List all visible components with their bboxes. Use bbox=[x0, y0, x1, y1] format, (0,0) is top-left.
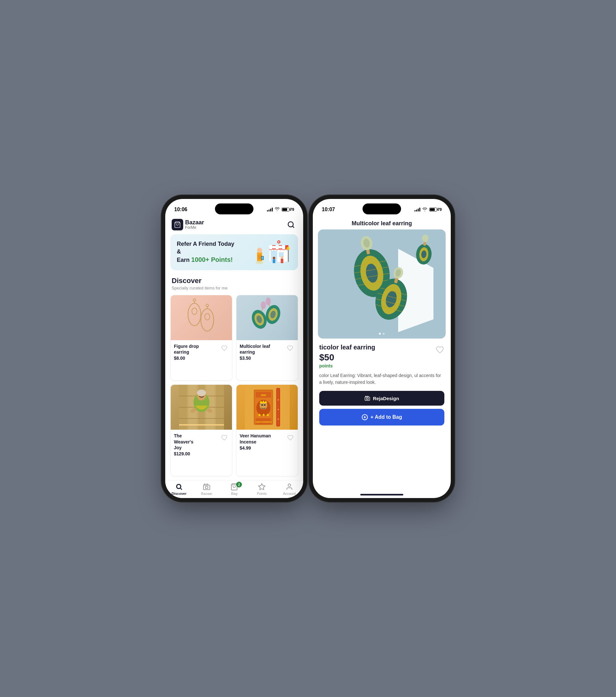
product-price-1: $8.00 bbox=[174, 356, 215, 361]
svg-point-42 bbox=[266, 297, 271, 305]
dynamic-island-2 bbox=[362, 204, 401, 214]
discover-icon bbox=[175, 483, 183, 491]
nav-points[interactable]: Points bbox=[252, 483, 271, 495]
section-subtitle: Specially curated items for me bbox=[172, 286, 297, 291]
detail-image-container bbox=[318, 229, 446, 339]
svg-text:✦✦✦: ✦✦✦ bbox=[257, 412, 270, 418]
store-icon bbox=[364, 395, 370, 401]
product-details-3: The Weaver's Joy $129.00 bbox=[174, 433, 211, 456]
wishlist-button-3[interactable] bbox=[220, 433, 229, 442]
product-details-1: Figure drop earring $8.00 bbox=[174, 343, 215, 361]
phone-1: 10:06 79 bbox=[165, 199, 303, 498]
logo: Bazaar ForMe bbox=[172, 219, 204, 231]
detail-info: ticolor leaf earring $50 points color Le… bbox=[313, 339, 451, 493]
product-info-1: Figure drop earring $8.00 bbox=[171, 340, 232, 365]
home-indicator bbox=[360, 494, 403, 495]
svg-point-66 bbox=[261, 404, 263, 406]
svg-text:✦: ✦ bbox=[277, 399, 279, 401]
banner-line2: & bbox=[177, 248, 234, 255]
svg-rect-79 bbox=[204, 485, 210, 490]
dot-2 bbox=[383, 333, 385, 335]
svg-rect-5 bbox=[279, 252, 284, 257]
signal-icon-2 bbox=[415, 208, 420, 211]
product-name-1: Figure drop earring bbox=[174, 343, 205, 355]
product-details-4: Veer Hanuman Incense $4.99 bbox=[240, 433, 286, 450]
svg-rect-10 bbox=[272, 246, 282, 248]
section-title: Discover bbox=[172, 277, 297, 285]
add-to-bag-label: + Add to Bag bbox=[371, 414, 402, 420]
dot-1 bbox=[379, 333, 381, 335]
product-detail-image bbox=[318, 229, 446, 339]
wishlist-button-1[interactable] bbox=[220, 343, 229, 352]
detail-points: points bbox=[319, 363, 375, 368]
svg-line-77 bbox=[181, 488, 182, 490]
wishlist-button-2[interactable] bbox=[286, 343, 295, 352]
detail-description: color Leaf Earring: Vibrant, leaf-shaped… bbox=[319, 372, 444, 386]
banner-line3: Earn 1000+ Points! bbox=[177, 255, 234, 264]
nav-discover[interactable]: Discover bbox=[169, 483, 189, 495]
logo-text: Bazaar ForMe bbox=[185, 220, 204, 230]
nav-account[interactable]: Account bbox=[280, 483, 299, 495]
nav-discover-label: Discover bbox=[172, 492, 186, 495]
detail-name-price: ticolor leaf earring $50 points bbox=[319, 344, 375, 368]
product-name-4: Veer Hanuman Incense bbox=[240, 433, 274, 444]
svg-point-78 bbox=[177, 485, 180, 488]
time-2: 10:07 bbox=[322, 207, 335, 212]
product-image-3 bbox=[171, 385, 232, 430]
plus-circle-icon bbox=[362, 414, 368, 420]
nav-bag-label: Bag bbox=[231, 492, 237, 495]
product-card-2[interactable]: Multicolor leaf earring $3.50 bbox=[236, 295, 298, 381]
banner-line1: Refer A Friend Today bbox=[177, 240, 234, 248]
phone-content-1: Bazaar ForMe Refer A Friend Today & Earn… bbox=[165, 216, 303, 498]
wishlist-button-4[interactable] bbox=[286, 433, 295, 442]
nav-bag[interactable]: 2 Bag bbox=[225, 483, 244, 495]
detail-page-title: Multicolor leaf earring bbox=[319, 220, 444, 227]
product-image-4: HEM ✦✦✦ VEER HANUMAN bbox=[237, 385, 298, 430]
detail-wishlist-button[interactable] bbox=[435, 345, 444, 354]
svg-rect-80 bbox=[205, 487, 208, 488]
nav-account-label: Account bbox=[283, 492, 296, 495]
detail-product-name: ticolor leaf earring bbox=[319, 344, 375, 351]
points-icon bbox=[258, 483, 266, 491]
product-card-3[interactable]: The Weaver's Joy $129.00 bbox=[170, 384, 232, 476]
product-card-1[interactable]: Figure drop earring $8.00 bbox=[170, 295, 232, 381]
banner-highlight: 1000+ Points! bbox=[191, 256, 233, 263]
detail-product-header: ticolor leaf earring $50 points bbox=[319, 344, 444, 368]
svg-point-67 bbox=[264, 404, 266, 406]
svg-rect-7 bbox=[269, 245, 272, 249]
svg-point-20 bbox=[278, 241, 280, 242]
seller-button[interactable]: RejaDesign bbox=[319, 391, 444, 406]
bag-badge: 2 bbox=[236, 482, 242, 487]
svg-rect-11 bbox=[288, 249, 289, 262]
bottom-nav: Discover Bazaar 2 Bag bbox=[165, 480, 303, 498]
phone-2: 10:07 79 Multicolor leaf earring bbox=[313, 199, 451, 498]
product-name-3: The Weaver's Joy bbox=[174, 433, 202, 450]
svg-rect-18 bbox=[261, 256, 264, 259]
svg-point-13 bbox=[256, 261, 264, 264]
svg-text:✦: ✦ bbox=[277, 418, 279, 421]
status-icons-2: 79 bbox=[415, 207, 442, 212]
wifi-icon-2 bbox=[422, 207, 427, 212]
svg-rect-24 bbox=[281, 259, 283, 263]
product-info-4: Veer Hanuman Incense $4.99 bbox=[237, 430, 298, 454]
status-icons-1: 79 bbox=[267, 207, 294, 212]
add-to-bag-button[interactable]: + Add to Bag bbox=[319, 409, 444, 426]
search-button[interactable] bbox=[285, 219, 297, 231]
product-price-4: $4.99 bbox=[240, 445, 286, 450]
app-header: Bazaar ForMe bbox=[165, 216, 303, 234]
detail-price: $50 bbox=[319, 352, 375, 362]
wifi-icon bbox=[275, 207, 280, 212]
svg-point-21 bbox=[273, 257, 275, 259]
promo-banner[interactable]: Refer A Friend Today & Earn 1000+ Points… bbox=[170, 234, 298, 270]
time-1: 10:06 bbox=[174, 207, 187, 212]
seller-name: RejaDesign bbox=[373, 396, 399, 401]
account-icon bbox=[286, 483, 293, 491]
product-detail-screen: Multicolor leaf earring bbox=[313, 216, 451, 498]
product-card-4[interactable]: HEM ✦✦✦ VEER HANUMAN bbox=[236, 384, 298, 476]
product-image-1 bbox=[171, 295, 232, 340]
nav-bazaar[interactable]: Bazaar bbox=[197, 483, 216, 495]
svg-text:VEER HANUMAN: VEER HANUMAN bbox=[255, 421, 271, 423]
signal-icon bbox=[267, 208, 273, 211]
product-name-2: Multicolor leaf earring bbox=[240, 343, 274, 355]
image-dots bbox=[379, 333, 385, 335]
